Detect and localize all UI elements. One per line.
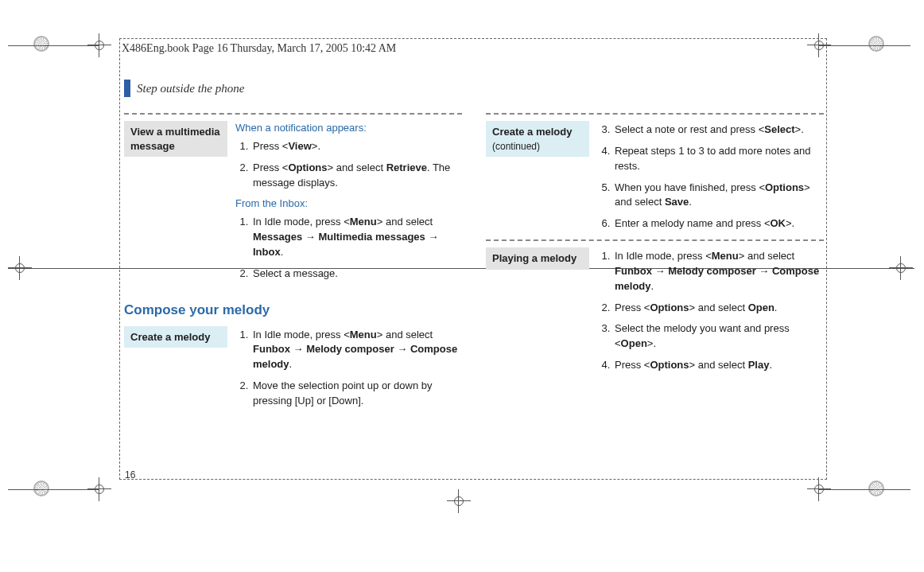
separator: [486, 239, 824, 241]
crop-line: [819, 489, 910, 490]
label-view-multimedia: View a multimedia message: [124, 121, 227, 157]
section-title: Step outside the phone: [137, 82, 244, 95]
step: In Idle mode, press <Menu> and select Fu…: [613, 249, 824, 294]
step: Press <View>.: [251, 139, 462, 154]
step: Select a note or rest and press <Select>…: [613, 123, 824, 138]
crop-mark: [447, 489, 471, 513]
step: When you have finished, press <Options> …: [613, 181, 824, 211]
right-column: Create a melody (continued) Select a not…: [486, 111, 824, 415]
subheading-inbox: From the Inbox:: [235, 197, 462, 212]
crop-line: [819, 45, 910, 46]
step: Enter a melody name and press <OK>.: [613, 216, 824, 232]
steps-playing-melody: In Idle mode, press <Menu> and select Fu…: [597, 249, 824, 373]
steps-create-melody: In Idle mode, press <Menu> and select Fu…: [235, 328, 462, 409]
separator: [124, 113, 462, 115]
label-create-melody: Create a melody: [124, 326, 227, 348]
label-playing-melody: Playing a melody: [486, 247, 589, 270]
content-create-melody-continued: Select a note or rest and press <Select>…: [589, 121, 824, 238]
separator: [486, 113, 824, 115]
step: Press <Options> and select Play.: [613, 358, 824, 373]
document-header: X486Eng.book Page 16 Thursday, March 17,…: [122, 42, 396, 55]
subheading-notification: When a notification appears:: [235, 121, 462, 136]
page-number: 16: [125, 469, 135, 481]
section-accent-bar: [124, 80, 130, 97]
heading-compose-melody: Compose your melody: [124, 302, 462, 318]
content-view-multimedia: When a notification appears: Press <View…: [227, 121, 462, 288]
label-text: Create a melody: [492, 126, 572, 138]
step: Select a message.: [251, 267, 462, 282]
step: In Idle mode, press <Menu> and select Fu…: [251, 328, 462, 373]
steps-inbox: In Idle mode, press <Menu> and select Me…: [235, 215, 462, 281]
registration-mark: [868, 36, 884, 52]
registration-mark: [33, 481, 49, 496]
crop-line: [8, 45, 99, 46]
steps-notification: Press <View>. Press <Options> and select…: [235, 139, 462, 191]
step: Repeat steps 1 to 3 to add more notes an…: [613, 144, 824, 174]
steps-create-melody-continued: Select a note or rest and press <Select>…: [597, 123, 824, 232]
step: In Idle mode, press <Menu> and select Me…: [251, 215, 462, 260]
step: Select the melody you want and press <Op…: [613, 321, 824, 352]
step: Press <Options> and select Open.: [613, 301, 824, 316]
registration-mark: [33, 36, 49, 52]
step: Move the selection point up or down by p…: [251, 379, 462, 409]
label-create-melody-continued: Create a melody (continued): [486, 121, 589, 157]
step: Press <Options> and select Retrieve. The…: [251, 161, 462, 191]
crop-line: [8, 489, 99, 490]
registration-mark: [868, 481, 884, 496]
label-sub: (continued): [492, 141, 540, 152]
left-column: View a multimedia message When a notific…: [124, 111, 462, 415]
content-create-melody: In Idle mode, press <Menu> and select Fu…: [227, 326, 462, 415]
content-playing-melody: In Idle mode, press <Menu> and select Fu…: [589, 247, 824, 379]
